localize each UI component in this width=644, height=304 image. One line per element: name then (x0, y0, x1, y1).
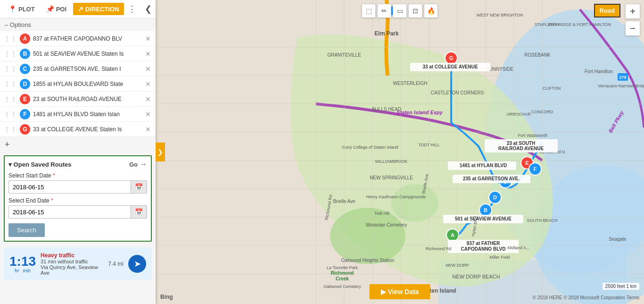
more-button[interactable]: ⋮ (126, 4, 138, 14)
pencil-tool-button[interactable]: ✏ (377, 4, 391, 18)
go-button[interactable]: Go → (129, 160, 147, 169)
end-date-label: Select End Date * (8, 197, 147, 204)
svg-text:23 at SOUTH: 23 at SOUTH (507, 141, 536, 146)
drag-handle-icon: ⋮⋮ (4, 50, 17, 58)
remove-stop-button-G[interactable]: ✕ (144, 126, 152, 133)
svg-text:F: F (534, 166, 537, 172)
poi-label: POI (56, 6, 66, 13)
time-unit-hours: hr (15, 268, 19, 273)
svg-point-5 (391, 184, 438, 222)
drag-handle-icon: ⋮⋮ (4, 65, 17, 73)
route-via: Via Quincy Ave, Seaview Ave (41, 264, 103, 276)
svg-text:278: 278 (619, 75, 626, 80)
svg-text:CASTLETON CORNERS: CASTLETON CORNERS (431, 90, 484, 95)
end-date-input[interactable] (9, 206, 131, 218)
svg-text:235 at GARRETSON AVE.: 235 at GARRETSON AVE. (463, 176, 520, 181)
direction-button[interactable]: ↗ DIRECTION (73, 3, 124, 15)
zoom-in-button[interactable]: + (625, 4, 640, 19)
end-date-calendar-button[interactable]: 📅 (131, 206, 147, 218)
svg-text:Staten Island Expy: Staten Island Expy (396, 110, 443, 115)
eraser-tool-button[interactable]: ▭ (393, 4, 407, 18)
svg-text:Oakwood Cemetery: Oakwood Cemetery (323, 284, 361, 289)
panel-collapse-button[interactable]: ❯ (156, 143, 165, 161)
view-data-button[interactable]: ▶ View Data (370, 284, 430, 299)
svg-text:A: A (451, 232, 454, 238)
drag-handle-icon: ⋮⋮ (4, 95, 17, 103)
svg-text:1481 at HYLAN BLVD: 1481 at HYLAN BLVD (460, 163, 507, 168)
svg-text:Richmond: Richmond (331, 270, 354, 276)
svg-text:D: D (493, 194, 497, 200)
route-list-item: ⋮⋮ F 1481 at HYLAN BLVD Staten Islan ✕ (0, 107, 156, 122)
svg-text:33 at COLLEGE AVENUE: 33 at COLLEGE AVENUE (422, 64, 478, 69)
svg-text:BAY RIDGE & FORT HAMILTON: BAY RIDGE & FORT HAMILTON (549, 22, 611, 27)
poi-button[interactable]: 📌 POI (41, 3, 71, 15)
route-label-E: 23 at SOUTH RAILROAD AVENUE (33, 96, 141, 102)
route-time: 1:13 hr min (9, 255, 36, 273)
svg-text:ARROCHAR: ARROCHAR (506, 112, 531, 117)
time-value: 1:13 (9, 255, 36, 268)
route-marker-A: A (20, 34, 30, 44)
drag-handle-icon: ⋮⋮ (4, 110, 17, 118)
map-background: 440 Elm Park GRANITEVILLE WESTERLEIGH BU… (156, 0, 644, 304)
svg-text:Verrazano-Narrows Bridge: Verrazano-Narrows Bridge (598, 84, 644, 88)
remove-stop-button-B[interactable]: ✕ (144, 50, 152, 58)
svg-text:WESTERLEIGH: WESTERLEIGH (393, 81, 428, 86)
plot-button[interactable]: 📍 PLOT (4, 3, 40, 15)
add-stop-button[interactable]: + (0, 137, 156, 152)
route-summary: 1:13 hr min Heavy traffic 31 min without… (4, 247, 152, 280)
route-list-item: ⋮⋮ B 501 at SEAVIEW AVENUE Staten Is ✕ (0, 46, 156, 61)
svg-text:GRANITEVILLE: GRANITEVILLE (327, 52, 361, 58)
svg-text:RAILROAD AVENUE: RAILROAD AVENUE (498, 146, 544, 151)
direction-label: DIRECTION (85, 6, 119, 13)
options-header-label: – Options (5, 21, 31, 28)
route-label-G: 33 at COLLEGE AVENUE Staten Is (33, 126, 141, 133)
collapse-button[interactable]: ❮ (145, 4, 152, 14)
search-button[interactable]: Search (8, 223, 45, 237)
remove-stop-button-C[interactable]: ✕ (144, 65, 152, 73)
navigate-button[interactable]: ➤ (128, 255, 146, 273)
toolbar: 📍 PLOT 📌 POI ↗ DIRECTION ⋮ ❮ (0, 0, 156, 18)
remove-stop-button-E[interactable]: ✕ (144, 95, 152, 103)
svg-text:WILLOWBROOK: WILLOWBROOK (375, 159, 407, 164)
remove-stop-button-F[interactable]: ✕ (144, 110, 152, 118)
svg-text:TODT HILL: TODT HILL (418, 143, 440, 147)
go-label: Go (129, 161, 138, 168)
svg-text:SOUTH BEACH: SOUTH BEACH (527, 218, 557, 223)
route-label-C: 235 at GARRETSON AVE. Staten I (33, 66, 141, 72)
start-date-input[interactable] (9, 181, 131, 193)
zoom-out-button[interactable]: − (625, 21, 640, 36)
route-list: ⋮⋮ A 837 at FATHER CAPODANNO BLV ✕ ⋮⋮ B … (0, 31, 156, 137)
bing-logo: Bing (160, 294, 173, 300)
svg-text:Fort Wadsworth: Fort Wadsworth (518, 133, 547, 138)
svg-text:ROSEBANK: ROSEBANK (524, 52, 551, 58)
go-arrow-icon: → (140, 160, 147, 169)
saved-routes-header: ▾ Open Saved Routes Go → (8, 160, 147, 169)
map-area[interactable]: 440 Elm Park GRANITEVILLE WESTERLEIGH BU… (156, 0, 644, 304)
svg-text:Cuny College of Staten Island: Cuny College of Staten Island (342, 145, 398, 150)
start-date-calendar-button[interactable]: 📅 (131, 181, 147, 193)
svg-text:CAPODANNO BLVD: CAPODANNO BLVD (461, 246, 506, 252)
svg-text:Todt Hill: Todt Hill (374, 211, 389, 216)
saved-routes-title[interactable]: ▾ Open Saved Routes (8, 161, 71, 168)
route-list-item: ⋮⋮ C 235 at GARRETSON AVE. Staten I ✕ (0, 61, 156, 76)
route-list-item: ⋮⋮ E 23 at SOUTH RAILROAD AVENUE ✕ (0, 92, 156, 107)
svg-text:Oakwood Heights Station: Oakwood Heights Station (341, 258, 395, 263)
svg-text:Midland A...: Midland A... (507, 245, 529, 250)
route-marker-G: G (20, 124, 30, 135)
left-panel: 📍 PLOT 📌 POI ↗ DIRECTION ⋮ ❮ – Options ⋮… (0, 0, 156, 304)
route-marker-B: B (20, 49, 30, 59)
route-label-F: 1481 at HYLAN BLVD Staten Islan (33, 111, 141, 118)
select-tool-button[interactable]: ⬚ (362, 4, 376, 18)
road-view-button[interactable]: Road (594, 4, 621, 17)
end-date-row: 📅 (8, 205, 147, 219)
fire-tool-button[interactable]: 🔥 (424, 4, 438, 18)
traffic-detail: 31 min without traffic (41, 259, 103, 264)
edit-tool-button[interactable]: ⊡ (408, 4, 422, 18)
route-list-item: ⋮⋮ A 837 at FATHER CAPODANNO BLV ✕ (0, 31, 156, 46)
remove-stop-button-D[interactable]: ✕ (144, 80, 152, 88)
route-distance: 7.4 mi (108, 261, 124, 267)
svg-text:Seagate: Seagate (609, 236, 627, 242)
route-list-item: ⋮⋮ G 33 at COLLEGE AVENUE Staten Is ✕ (0, 122, 156, 137)
svg-text:NEW DORP BEACH: NEW DORP BEACH (452, 274, 500, 279)
remove-stop-button-A[interactable]: ✕ (144, 35, 152, 42)
